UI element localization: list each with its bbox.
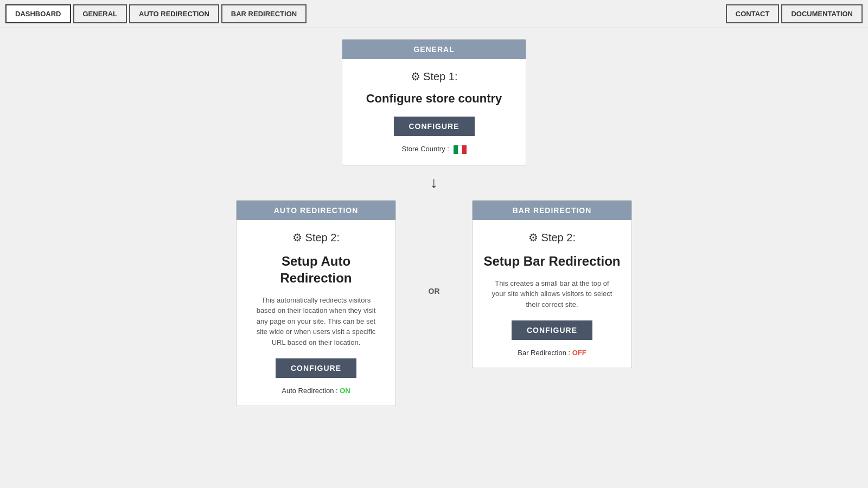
auto-step-title: ⚙ Step 2: — [247, 231, 385, 244]
general-card-body: ⚙ Step 1: Configure store country CONFIG… — [342, 59, 526, 165]
auto-redirection-card-header: AUTO REDIRECTION — [237, 201, 395, 220]
general-card-header: GENERAL — [342, 40, 526, 59]
gear-icon: ⚙ — [411, 70, 420, 82]
contact-button[interactable]: CONTACT — [726, 4, 780, 23]
bar-redirection-card-body: ⚙ Step 2: Setup Bar Redirection This cre… — [473, 220, 631, 368]
bar-status-value: OFF — [572, 349, 586, 357]
top-navigation: DASHBOARD GENERAL AUTO REDIRECTION BAR R… — [0, 0, 868, 28]
italy-flag — [451, 145, 467, 153]
bar-redirection-card-header: BAR REDIRECTION — [473, 201, 631, 220]
bar-redirection-card: BAR REDIRECTION ⚙ Step 2: Setup Bar Redi… — [472, 200, 632, 369]
nav-general-button[interactable]: GENERAL — [73, 4, 127, 23]
nav-auto-redirection-button[interactable]: AUTO REDIRECTION — [129, 4, 219, 23]
general-card: GENERAL ⚙ Step 1: Configure store countr… — [342, 39, 526, 165]
bar-configure-button[interactable]: CONFIGURE — [512, 320, 592, 340]
bar-status-text: Bar Redirection : OFF — [483, 349, 621, 357]
bar-step-title: ⚙ Step 2: — [483, 231, 621, 244]
arrow-down: ↓ — [430, 174, 438, 191]
or-separator: OR — [396, 200, 472, 296]
gear-icon-auto: ⚙ — [292, 232, 302, 243]
general-status-text: Store Country : — [353, 145, 515, 154]
gear-icon-bar: ⚙ — [528, 232, 538, 243]
auto-status-text: Auto Redirection : ON — [247, 387, 385, 395]
bottom-cards: AUTO REDIRECTION ⚙ Step 2: Setup Auto Re… — [236, 200, 632, 407]
auto-card-main-title: Setup Auto Redirection — [247, 253, 385, 286]
auto-redirection-card: AUTO REDIRECTION ⚙ Step 2: Setup Auto Re… — [236, 200, 396, 407]
general-step-title: ⚙ Step 1: — [353, 70, 515, 83]
main-content: GENERAL ⚙ Step 1: Configure store countr… — [0, 28, 868, 417]
bar-card-main-title: Setup Bar Redirection — [483, 253, 621, 269]
nav-bar-redirection-button[interactable]: BAR REDIRECTION — [221, 4, 307, 23]
general-card-main-title: Configure store country — [353, 92, 515, 106]
general-configure-button[interactable]: CONFIGURE — [394, 117, 475, 136]
auto-status-value: ON — [340, 387, 350, 395]
auto-card-description: This automatically redirects visitors ba… — [247, 295, 385, 348]
auto-redirection-card-body: ⚙ Step 2: Setup Auto Redirection This au… — [237, 220, 395, 406]
documentation-button[interactable]: DOCUMENTATION — [781, 4, 863, 23]
auto-configure-button[interactable]: CONFIGURE — [276, 358, 356, 378]
bar-card-description: This creates a small bar at the top of y… — [483, 278, 621, 310]
nav-right-buttons: CONTACT DOCUMENTATION — [726, 4, 863, 23]
nav-left-buttons: DASHBOARD GENERAL AUTO REDIRECTION BAR R… — [5, 4, 307, 23]
nav-dashboard-button[interactable]: DASHBOARD — [5, 4, 71, 23]
